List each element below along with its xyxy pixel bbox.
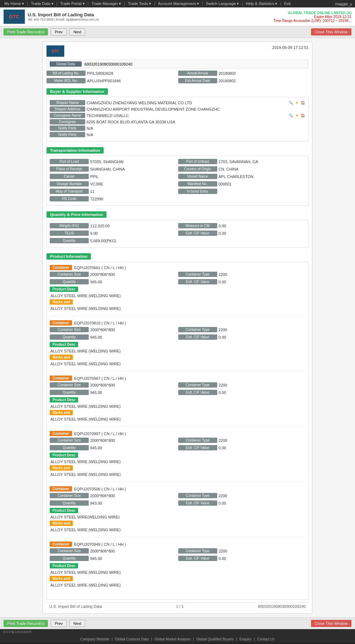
- container-size-row-2: Container Size 2000*806*800: [50, 382, 177, 388]
- close-button-bottom[interactable]: Close This Window: [311, 620, 351, 627]
- marks-label-2: Marks and: [50, 410, 73, 415]
- next-button-top[interactable]: Next: [70, 28, 86, 35]
- estcif-label: Estl. CIF Value: [178, 231, 217, 236]
- total-quantity-row: Quantity 5,669.00(PKG): [50, 238, 305, 243]
- port-of-load-label: Port of Load: [50, 159, 89, 164]
- search-icon-2[interactable]: 🔍: [288, 113, 293, 118]
- product-desc-block-2: Product Desc: [50, 397, 305, 403]
- home-icon-2[interactable]: 🏠: [300, 113, 305, 118]
- footer-link-customs[interactable]: Global Customs Data: [115, 637, 149, 641]
- teus-label: TEUS: [50, 231, 89, 236]
- bottom-bar: U.S. Import Bill of Lading Data 1 / 1 60…: [47, 603, 308, 610]
- page-header: GTC U.S. Import Bill of Lading Data Tel:…: [0, 7, 355, 26]
- port-of-unload-row: Port of Unload 1703, SAVANNAH, GA: [178, 159, 306, 164]
- nav-account-management[interactable]: Account Management ▾: [158, 1, 199, 6]
- container-size-label-5: Container Size: [50, 548, 89, 554]
- container-cif-row-3: Estl. CIF Value 0.00: [178, 445, 306, 450]
- container-cif-label-5: Estl. CIF Value: [178, 556, 217, 561]
- star-icon-2[interactable]: ★: [294, 113, 299, 118]
- notify-party-value-2: N/A: [87, 133, 305, 137]
- print-button-bottom[interactable]: Print Trade Record(s): [4, 620, 48, 627]
- vessel-name-row: Vessel Name APL CHARLESTON: [178, 174, 306, 179]
- place-of-receipt-row: Place of Receipt SHANGHAI, CHINA: [50, 166, 177, 172]
- container-type-row-5: Container Type 2200: [178, 548, 306, 554]
- consignee-value: 6205 BOAT ROCK BLVD ATLANTA GA 30336 USA: [87, 120, 305, 124]
- search-icon[interactable]: 🔍: [288, 100, 293, 105]
- container-qty-value-0: 945.00: [90, 280, 177, 284]
- container-size-label-0: Container Size: [50, 272, 89, 277]
- footer-link-market[interactable]: Global Market Analysis: [154, 637, 191, 641]
- weight-label: Weight (KG): [50, 223, 89, 228]
- next-button-bottom[interactable]: Next: [70, 620, 86, 627]
- manifest-no-label: Manifest No.: [178, 181, 217, 187]
- nav-trade-manager[interactable]: Trade Manager ▾: [92, 1, 121, 6]
- place-of-receipt-label: Place of Receipt: [50, 166, 89, 172]
- actual-arrival-value: 20190802: [219, 71, 309, 76]
- container-cif-value-0: 0.00: [219, 280, 306, 284]
- nav-exit[interactable]: Exit: [284, 1, 290, 6]
- marks-label-4: Marks and: [50, 521, 73, 526]
- container-badge: Container: [50, 542, 72, 547]
- container-cif-value-5: 0.00: [219, 556, 306, 561]
- actual-arrival-row: Actual Arrival 20190802: [178, 71, 309, 76]
- consignee-name-row: Consignee Name TECHNIWELD USALLC 🔍 ★ 🏠: [50, 113, 305, 118]
- way-of-transport-label: Way of Transport: [50, 189, 89, 194]
- container-qty-label-5: Quantity: [50, 556, 89, 561]
- prev-button-bottom[interactable]: Prev: [51, 620, 67, 627]
- shipper-name-label: Shipper Name: [50, 100, 85, 105]
- manifest-no-value: 000001: [219, 182, 306, 186]
- esti-arrival-label: Esti Arrival Date: [178, 78, 217, 83]
- container-type-row-1: Container Type 2200: [178, 327, 306, 332]
- product-header: Product Information: [47, 253, 91, 260]
- buyer-supplier-section: Shipper Name CHANGZHOU ZHENGYANG WELDING…: [47, 97, 308, 141]
- footer-link-buyers[interactable]: Global Qualified Buyers: [196, 637, 234, 641]
- footer-link-enquiry[interactable]: Enquiry: [239, 637, 251, 641]
- product-desc-block-0: Product Desc: [50, 287, 305, 293]
- marks-block-3: Marks and: [50, 465, 305, 471]
- footer-link-company[interactable]: Company Website: [80, 637, 109, 641]
- star-icon[interactable]: ★: [294, 100, 299, 105]
- timestamp: 2019-09-09 17:12:51: [272, 45, 308, 50]
- logo-image: GTC: [4, 10, 25, 24]
- consignee-name-label: Consignee Name: [50, 113, 85, 118]
- marks-value-5: ALLOY STEEL WIRE (WELDING WIRE): [50, 583, 305, 587]
- nav-trade-portal[interactable]: Trade Portal ▾: [60, 1, 85, 6]
- nav-trade-data[interactable]: Trade Data ▾: [31, 1, 54, 6]
- container-size-value-1: 2000*806*800: [90, 328, 177, 332]
- teus-row: TEUS 9.00: [50, 231, 177, 236]
- shipper-address-label: Shipper Address: [50, 106, 85, 112]
- prev-button-top[interactable]: Prev: [51, 28, 67, 35]
- ldr-range: Time Range Accessible (LDR): 200712 ~ 20…: [273, 19, 351, 23]
- esti-arrival-row: Esti Arrival Date 20190802: [178, 78, 309, 83]
- measure-label: Measure in CM: [178, 223, 217, 228]
- product-desc-label-5: Product Desc: [50, 563, 78, 568]
- container-type-label-2: Container Type: [178, 382, 217, 388]
- nav-help-statistics[interactable]: Help & Statistics ▾: [246, 1, 277, 6]
- global-data-value: 600320190803000010924​0: [84, 62, 132, 66]
- marks-block-1: Marks and: [50, 355, 305, 361]
- footer-link-contact[interactable]: Contact Us: [257, 637, 274, 641]
- container-value: EQPU2070661 ( CN / L / HH ): [74, 266, 126, 270]
- container-id-row: Container EQPU2070506 ( CN / L / HH ): [50, 486, 305, 492]
- main-content: GTC 2019-09-09 17:12:51 Global Data 6003…: [0, 38, 355, 617]
- container-type-row-4: Container Type 2200: [178, 493, 306, 498]
- nav-trade-tools[interactable]: Trade Tools ▾: [128, 1, 151, 6]
- nav-switch-language[interactable]: Switch Language ▾: [206, 1, 239, 6]
- nav-my-home[interactable]: My Home ▾: [4, 1, 24, 6]
- username: maggie_y: [335, 2, 352, 6]
- container-cif-label-4: Estl. CIF Value: [178, 500, 217, 506]
- home-icon[interactable]: 🏠: [300, 100, 305, 105]
- marks-label-3: Marks and: [50, 465, 73, 471]
- container-size-label-4: Container Size: [50, 493, 89, 498]
- close-button-top[interactable]: Close This Window: [311, 28, 351, 35]
- quantity-section: Weight (KG) 112,020.00 Measure in CM 0.0…: [47, 220, 308, 248]
- container-value: EQPU2070810 ( CN / L / HH ): [74, 321, 126, 325]
- container-cif-row-4: Estl. CIF Value 0.00: [178, 500, 306, 506]
- print-button-top[interactable]: Print Trade Record(s): [4, 28, 48, 35]
- icp-number: 京ICP备14033305号: [3, 630, 32, 634]
- container-value: EQPU2070949 ( CN / L / HH ): [74, 542, 126, 546]
- container-block-5: Container EQPU2070506 ( CN / L / HH ) Co…: [50, 486, 305, 537]
- quantity-fields: Weight (KG) 112,020.00 Measure in CM 0.0…: [50, 223, 305, 237]
- container-type-value-0: 2200: [219, 272, 306, 277]
- hs-code-row: HS Code 722990: [50, 196, 305, 201]
